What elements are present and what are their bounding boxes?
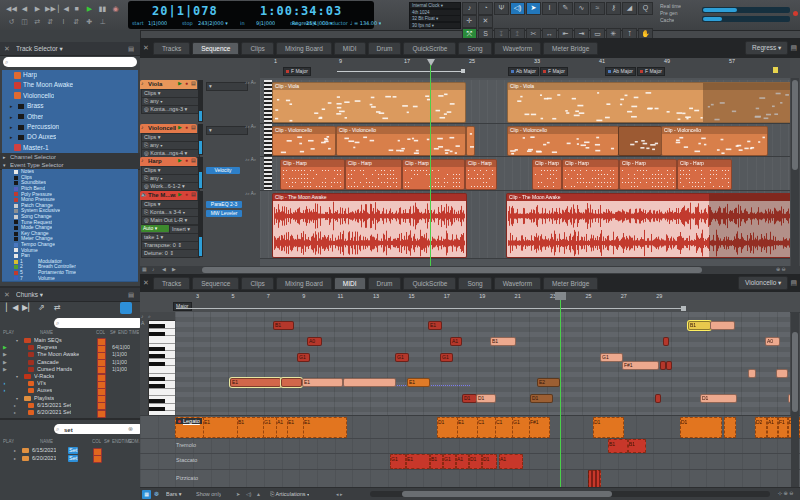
midi-tab-quickscribe[interactable]: QuickScribe [403,277,456,290]
midi-tab-meter-bridge[interactable]: Meter Bridge [543,277,598,290]
clip-violoncello-0[interactable]: Clip - Violoncello [272,126,336,156]
midi-target-selector[interactable]: Violoncello ▾ [738,276,788,290]
chunk-color-icon[interactable] [97,410,106,418]
track-selector-search-input[interactable]: ⌕ [3,57,137,67]
transport-punch-in-button[interactable]: ◫ [19,17,30,27]
sequence-tab-meter-bridge[interactable]: Meter Bridge [543,42,598,55]
chunk-play-icon[interactable]: ▸ [14,409,16,416]
lcd-field-value-start[interactable]: 1|1|000 [148,20,167,26]
key-signature-marker-3[interactable]: Ab Major [605,67,636,76]
track-record-icon[interactable]: ● [185,191,188,197]
tool-audio-click[interactable]: ◁) [510,2,525,15]
disclosure-icon[interactable]: ▸ [10,112,13,122]
transport-return-to-start-button[interactable]: ▏◀ [58,4,69,14]
midi-note[interactable] [281,378,302,387]
chunk-play-icon[interactable]: ▶ [3,351,7,358]
midi-selection-line[interactable] [176,308,684,309]
sequence-clip-area[interactable]: Clip - ViolaClip - ViolaClip - Violoncel… [260,78,790,266]
articulation-lane-legato[interactable]: LegatoE1B1G1A1E1E1D1E1C1C1G1F#1D1D1D2A1F… [140,416,800,439]
sequence-hscroll-thumb[interactable] [202,267,702,273]
midi-note-e1[interactable]: E1 [230,378,281,387]
midi-note-g1[interactable]: G1 [600,353,623,362]
cc-item-volume[interactable]: 7Volume [2,276,138,283]
tool-tuning-fork[interactable]: Ψ [494,2,509,15]
saved-search-clear-icon[interactable]: ⊗ [128,425,133,432]
tool-countoff[interactable]: ◔ [478,2,493,15]
articulation-lane-tremolo[interactable]: TremoloB1B1 [140,438,800,454]
selection-range-line[interactable] [337,71,463,72]
midi-note-g1[interactable]: G1 [440,353,453,362]
transport-step-back-button[interactable]: ◀ [19,4,30,14]
chunk-row-6-15-2021-set[interactable]: ▸6/15/2021 Set [0,402,140,409]
clip-harp-2[interactable]: Clip - Harp [402,159,465,190]
chunks-skip-to-start-button[interactable]: ▏◀ [6,303,18,312]
disclosure-icon[interactable]: ▾ [16,337,18,344]
piano-black-key[interactable] [149,399,165,403]
sequence-corner-left-arrow-icon[interactable]: ◀ [162,266,166,272]
midi-note[interactable] [666,361,672,370]
tool-pencil[interactable]: ✎ [558,2,573,15]
midi-note-e2[interactable]: E2 [537,378,560,387]
transport-link-selection-button[interactable]: ⇵ [45,17,56,27]
midi-note-a1[interactable]: A1 [450,337,462,346]
midi-note-e1[interactable]: E1 [428,321,442,330]
midi-tab-song[interactable]: Song [458,277,491,290]
smpte-counter[interactable]: 1:00:34:03 [260,4,342,18]
midi-menu-icon[interactable]: ▤ [790,279,797,287]
sequence-tab-waveform[interactable]: Waveform [494,42,541,55]
transport-overdub-button[interactable]: ✚ [84,17,95,27]
sequence-ruler[interactable]: 19172533414957F MajorAb MajorF MajorAb M… [260,58,790,79]
footer-speaker-icon[interactable]: ◁) [246,491,252,497]
clip-violoncello-5[interactable]: Clip - Violoncello [661,126,768,156]
selection-range-end-handle[interactable] [461,69,465,73]
chunk-play-icon[interactable]: ▶ [3,344,7,351]
transport-rewind-button[interactable]: ◀◀ [6,4,17,14]
piano-black-key[interactable] [149,354,165,358]
track-menu-icon[interactable]: ▤ [191,80,196,86]
transport-undo-button[interactable]: ↺ [6,17,17,27]
clip-violoncello-1[interactable]: Clip - Violoncello [336,126,466,156]
transport-pause-button[interactable]: ▮▮ [97,4,108,14]
midi-note[interactable] [343,378,396,387]
midi-note-d1[interactable]: D1 [700,394,737,403]
sequence-tab-song[interactable]: Song [458,42,491,55]
tool-zoom[interactable]: Q [638,2,653,15]
lcd-tempo-value[interactable]: ♩ = 134.00 ▾ [350,20,381,26]
midi-hscroll-track[interactable] [370,491,770,497]
chunk-row-auxes[interactable]: ◗Auxes [0,387,140,394]
sequence-hscroll[interactable]: ▦♪◀▶⊕ ⊖ [140,266,800,274]
key-signature-marker-4[interactable]: F Major [637,67,665,76]
track-lane-viola[interactable]: Clip - ViolaClip - Viola [260,80,790,124]
articulation-block-b1[interactable]: B1 [237,417,265,438]
transport-fast-forward-button[interactable]: ▶▶ [45,4,56,14]
tool-pointer[interactable]: ➤ [526,2,541,15]
articulation-block-a1[interactable]: A1 [499,454,523,469]
clip-violoncello-3[interactable]: Clip - Violoncello [507,126,619,156]
articulation-block[interactable] [724,417,736,438]
clip-viola-1[interactable]: Clip - Viola [507,82,790,123]
midi-note[interactable] [776,369,788,378]
chunk-row-cursed-hands[interactable]: ▶Cursed Hands1|1|00 [0,366,140,373]
transport-auto-scroll-button[interactable]: ⇵ [71,17,82,27]
chunks-cue-chunk-button[interactable]: ⇗ [38,303,45,312]
sequence-playhead[interactable] [430,65,431,266]
chunk-row-cascade[interactable]: ▶Cascade1|1|00 [0,359,140,366]
midi-hscroll-thumb[interactable] [402,491,612,497]
articulation-lane-staccato[interactable]: StaccatoG1E1B1G1A1D1D1A1 [140,453,800,470]
transport-selection-mode-button[interactable]: I [58,17,69,27]
chunk-play-icon[interactable]: ▶ [3,366,7,373]
track-play-enable-icon[interactable]: ▶ [178,191,182,197]
lcd-field-value-in[interactable]: 9|1|000 [256,20,275,26]
track-selector-close-icon[interactable]: ✕ [4,43,10,55]
disclosure-icon[interactable]: ▸ [10,122,13,132]
transport-loop-button[interactable]: ⇄ [32,17,43,27]
midi-tab-clips[interactable]: Clips [241,277,273,290]
midi-tab-sequence[interactable]: Sequence [192,277,239,290]
clip-violoncello-4[interactable] [618,126,662,156]
track-record-icon[interactable]: ● [185,124,188,130]
lcd-field-value-stop[interactable]: 243|2|000 ▾ [198,20,228,26]
piano-black-key[interactable] [149,362,165,366]
midi-playhead-position-box[interactable] [555,292,566,300]
articulation-block[interactable] [588,470,601,488]
midi-zoom-buttons[interactable]: ⊹ ⊕ ⊖ [778,490,793,496]
